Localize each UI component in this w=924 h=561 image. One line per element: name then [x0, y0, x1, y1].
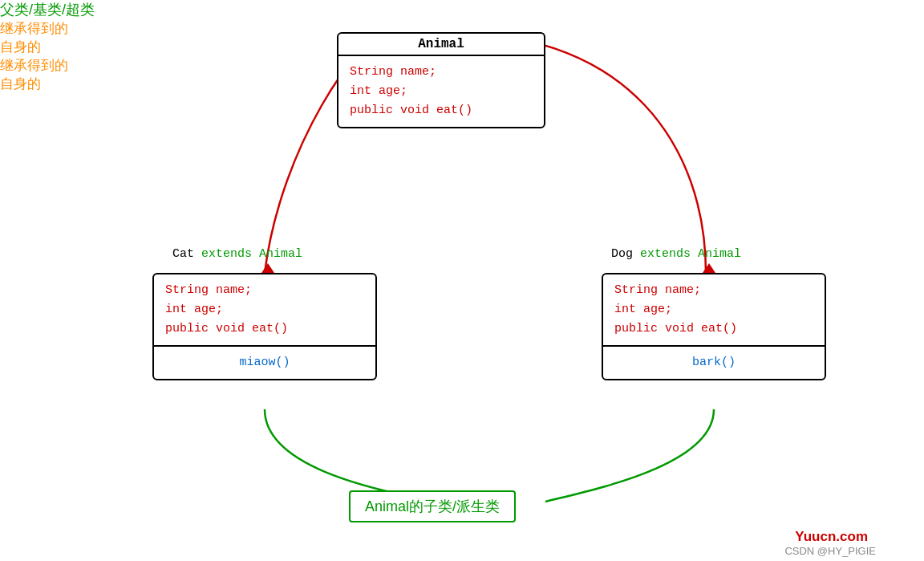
svg-marker-1 [703, 263, 715, 273]
cat-field-name: String name; [165, 281, 364, 300]
animal-class-box: Animal String name; int age; public void… [337, 32, 545, 128]
animal-header: Animal [338, 34, 544, 56]
cat-own: miaow() [154, 345, 375, 379]
animal-method-eat: public void eat() [350, 101, 533, 120]
dog-field-name: String name; [614, 281, 813, 300]
subclass-label-box: Animal的子类/派生类 [349, 490, 516, 522]
superclass-label: 父类/基类/超类 [0, 0, 924, 19]
cat-extends-text: extends Animal [194, 247, 302, 261]
animal-body: String name; int age; public void eat() [338, 56, 544, 127]
yuucn-label: Yuucn.com [795, 529, 868, 545]
diagram-container: 父类/基类/超类 Animal String name; int age; pu… [0, 0, 924, 561]
dog-body: String name; int age; public void eat() [603, 274, 825, 345]
dog-extends-text: extends Animal [633, 247, 741, 261]
dog-class-box: String name; int age; public void eat() … [602, 273, 826, 380]
cat-method-eat: public void eat() [165, 319, 364, 339]
svg-marker-0 [261, 263, 274, 273]
cat-body: String name; int age; public void eat() [154, 274, 375, 345]
animal-field-age: int age; [350, 82, 533, 101]
dog-own: bark() [603, 345, 825, 379]
csdn-label: CSDN @HY_PIGIE [784, 545, 876, 557]
dog-name: Dog [611, 247, 633, 261]
animal-field-name: String name; [350, 63, 533, 82]
cat-extends-label: Cat extends Animal [172, 247, 302, 261]
dog-method-eat: public void eat() [614, 319, 813, 339]
cat-name: Cat [172, 247, 194, 261]
dog-field-age: int age; [614, 300, 813, 319]
dog-extends-label: Dog extends Animal [611, 247, 741, 261]
cat-class-box: String name; int age; public void eat() … [152, 273, 377, 380]
cat-field-age: int age; [165, 300, 364, 319]
